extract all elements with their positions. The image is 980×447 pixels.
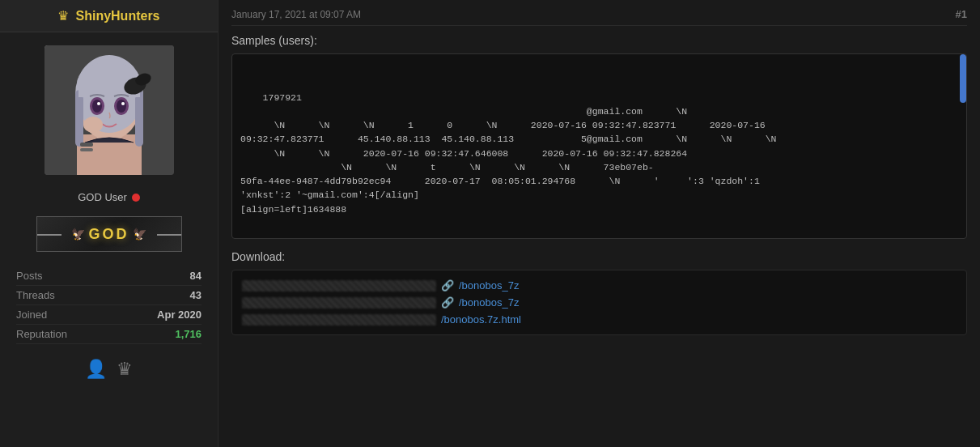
- icon-row: 👤 ♛: [85, 359, 133, 380]
- rank-wing-left: 🦅: [71, 228, 85, 241]
- download-link-2[interactable]: /bonobos_7z: [459, 296, 519, 309]
- stats-value: Apr 2020: [157, 309, 202, 321]
- blurred-prefix-2: [242, 297, 436, 309]
- download-link-1[interactable]: /bonobos_7z: [459, 279, 519, 292]
- stats-row: JoinedApr 2020: [16, 305, 202, 325]
- online-status-dot: [132, 194, 140, 202]
- rank-badge: 🦅 GOD 🦅: [36, 216, 182, 252]
- stats-label: Joined: [16, 309, 47, 321]
- code-content: 1797921 @gmail.com \N \N \N \N 1 0 \N 20…: [240, 92, 777, 215]
- stats-value: 43: [190, 289, 202, 301]
- svg-point-16: [121, 102, 125, 105]
- svg-point-13: [92, 100, 102, 113]
- svg-rect-19: [80, 148, 93, 151]
- blurred-prefix-1: [242, 280, 436, 292]
- samples-title: Samples (users):: [231, 34, 967, 47]
- stats-row: Threads43: [16, 286, 202, 305]
- post-timestamp: January 17, 2021 at 09:07 AM: [231, 9, 361, 20]
- post-number: #1: [956, 8, 967, 20]
- code-block[interactable]: 1797921 @gmail.com \N \N \N \N 1 0 \N 20…: [231, 53, 967, 239]
- sidebar: ♛ ShinyHunters: [0, 0, 218, 447]
- download-link-row-2: 🔗 /bonobos_7z: [242, 294, 957, 311]
- user-rank-label: GOD User: [78, 191, 127, 203]
- stats-label: Threads: [16, 289, 55, 301]
- user-profile-icon[interactable]: 👤: [85, 359, 107, 380]
- main-content: January 17, 2021 at 09:07 AM #1 Samples …: [218, 0, 980, 447]
- rank-wing-right: 🦅: [133, 228, 146, 241]
- post-header: January 17, 2021 at 09:07 AM #1: [231, 0, 967, 26]
- sidebar-header: ♛ ShinyHunters: [0, 0, 218, 32]
- stats-value: 1,716: [175, 328, 202, 340]
- stats-label: Reputation: [16, 328, 67, 340]
- crown-badge-icon: ♛: [117, 359, 133, 380]
- link-icon-2: 🔗: [441, 296, 454, 309]
- stats-row: Posts84: [16, 266, 202, 286]
- download-link-3[interactable]: /bonobos.7z.html: [441, 313, 521, 326]
- blurred-prefix-3: [242, 314, 436, 326]
- download-title: Download:: [231, 250, 967, 263]
- crown-icon: ♛: [57, 8, 69, 23]
- avatar: [45, 45, 174, 175]
- svg-rect-6: [135, 90, 143, 147]
- svg-point-17: [83, 117, 103, 133]
- download-link-row-3: /bonobos.7z.html: [242, 311, 957, 328]
- download-links-container: 🔗 /bonobos_7z 🔗 /bonobos_7z /bonobos.7z.…: [231, 270, 967, 335]
- download-section: Download: 🔗 /bonobos_7z 🔗 /bonobos_7z /b…: [231, 250, 967, 335]
- svg-point-15: [97, 102, 100, 105]
- svg-rect-5: [75, 90, 83, 147]
- stats-table: Posts84Threads43JoinedApr 2020Reputation…: [0, 260, 218, 351]
- download-link-row-1: 🔗 /bonobos_7z: [242, 277, 957, 294]
- stats-value: 84: [190, 270, 202, 282]
- rank-text: GOD: [88, 226, 129, 243]
- link-icon-1: 🔗: [441, 279, 454, 292]
- username: ShinyHunters: [75, 9, 159, 23]
- stats-row: Reputation1,716: [16, 325, 202, 344]
- svg-rect-18: [80, 143, 93, 147]
- stats-label: Posts: [16, 270, 43, 282]
- svg-point-14: [117, 100, 126, 113]
